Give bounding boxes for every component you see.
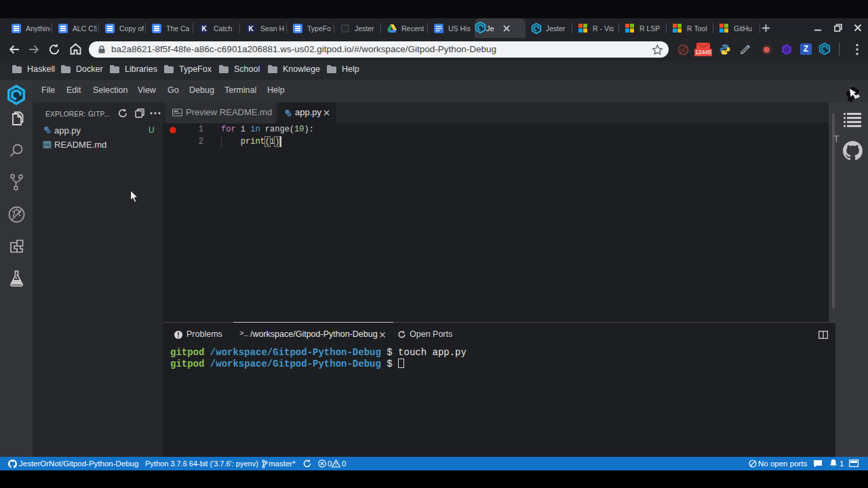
svg-text:K: K bbox=[201, 25, 207, 33]
svg-text:K: K bbox=[248, 25, 254, 33]
